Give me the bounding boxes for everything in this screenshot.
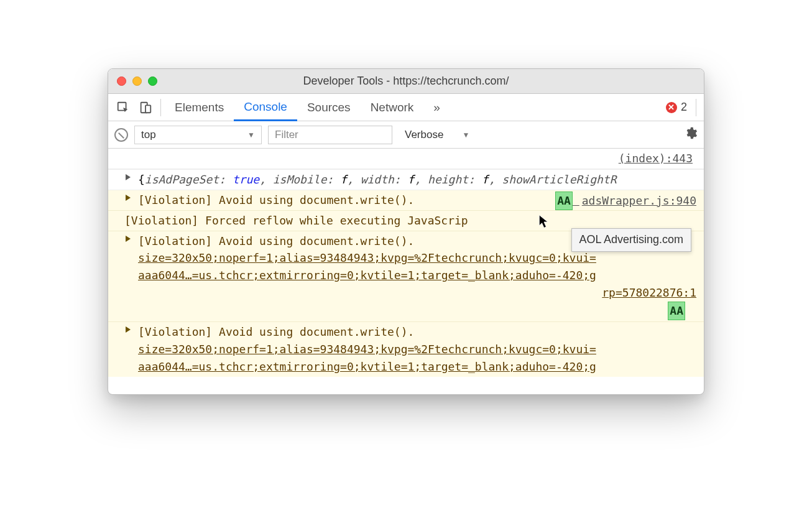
error-count-value: 2 — [681, 101, 687, 114]
tab-elements[interactable]: Elements — [165, 94, 234, 121]
traffic-lights — [117, 76, 157, 86]
tab-sources[interactable]: Sources — [297, 94, 361, 121]
console-row-violation: AA adsWrapper.js:940 [Violation] Avoid u… — [108, 190, 704, 211]
violation-url[interactable]: rp=578022876:1 — [124, 284, 696, 302]
object-preview[interactable]: {isAdPageSet: true, isMobile: f, width: … — [124, 173, 617, 186]
log-level-value: Verbose — [405, 129, 443, 141]
violation-url[interactable]: aaa6044…=us.tchcr;extmirroring=0;kvtile=… — [124, 267, 696, 284]
source-link[interactable]: (index):443 — [108, 149, 704, 169]
console-filterbar: top ▼ Verbose ▼ — [108, 121, 704, 149]
chevron-down-icon: ▼ — [462, 131, 469, 139]
filter-input[interactable] — [268, 126, 392, 144]
svg-rect-2 — [145, 105, 150, 113]
devtools-tabbar: Elements Console Sources Network » ✕ 2 — [108, 94, 704, 121]
console-settings-icon[interactable] — [684, 126, 698, 143]
inspect-element-icon[interactable] — [112, 96, 134, 119]
disclosure-triangle[interactable] — [126, 236, 131, 242]
devtools-window: Developer Tools - https://techcrunch.com… — [108, 68, 704, 395]
separator — [160, 99, 161, 116]
window-title: Developer Tools - https://techcrunch.com… — [108, 75, 704, 88]
disclosure-triangle[interactable] — [126, 174, 131, 180]
log-level-selector[interactable]: Verbose ▼ — [399, 126, 476, 144]
badge-tooltip: AOL Advertising.com — [571, 228, 691, 252]
minimize-window-button[interactable] — [132, 76, 142, 86]
close-window-button[interactable] — [117, 76, 126, 86]
context-value: top — [141, 129, 156, 141]
source-link-text: adsWrapper.js:940 — [582, 194, 696, 207]
disclosure-triangle[interactable] — [126, 195, 131, 201]
third-party-badge[interactable]: AA — [668, 302, 685, 320]
console-output: (index):443 {isAdPageSet: true, isMobile… — [108, 149, 704, 394]
zoom-window-button[interactable] — [148, 76, 157, 86]
tab-console[interactable]: Console — [234, 95, 297, 121]
context-selector[interactable]: top ▼ — [134, 126, 262, 144]
console-row-object: {isAdPageSet: true, isMobile: f, width: … — [108, 169, 704, 190]
violation-url[interactable]: size=320x50;noperf=1;alias=93484943;kvpg… — [124, 249, 696, 267]
error-count[interactable]: ✕ 2 — [661, 101, 692, 114]
tab-network[interactable]: Network — [361, 94, 424, 121]
clear-console-icon[interactable] — [114, 128, 128, 142]
source-link-text: (index):443 — [619, 152, 693, 165]
device-toolbar-icon[interactable] — [134, 96, 157, 119]
console-row-violation: [Violation] Avoid using document.write()… — [108, 322, 704, 377]
source-link[interactable]: AA adsWrapper.js:940 — [555, 192, 696, 210]
separator — [696, 99, 696, 116]
disclosure-triangle[interactable] — [126, 326, 131, 333]
titlebar: Developer Tools - https://techcrunch.com… — [108, 69, 704, 94]
chevron-down-icon: ▼ — [247, 131, 255, 139]
violation-url[interactable]: aaa6044…=us.tchcr;extmirroring=0;kvtile=… — [124, 358, 696, 376]
violation-url[interactable]: size=320x50;noperf=1;alias=93484943;kvpg… — [124, 341, 696, 358]
error-icon: ✕ — [666, 102, 677, 113]
violation-message: [Violation] Avoid using document.write()… — [124, 193, 414, 206]
tabs-overflow[interactable]: » — [423, 94, 450, 121]
violation-message: [Violation] Forced reflow while executin… — [124, 214, 468, 227]
third-party-badge[interactable]: AA — [555, 192, 573, 210]
violation-message: [Violation] Avoid using document.write()… — [124, 323, 696, 341]
